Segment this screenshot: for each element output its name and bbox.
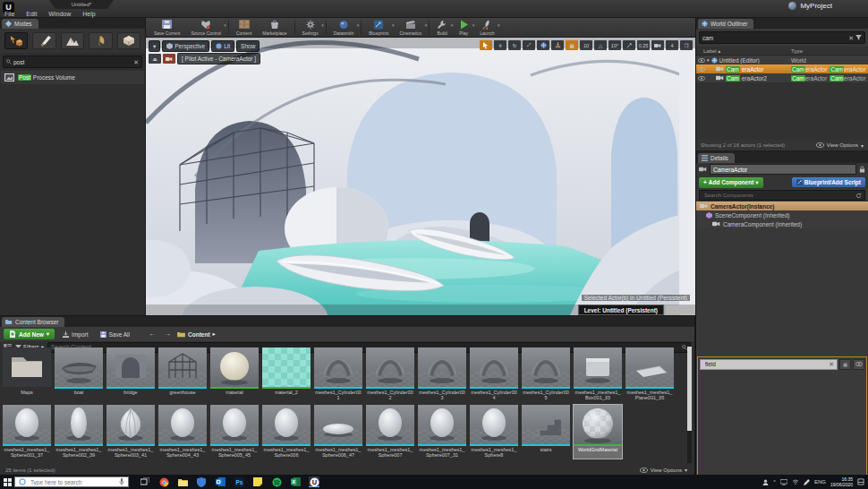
camera-speed-button[interactable] bbox=[651, 40, 664, 50]
chevron-down-icon[interactable]: ▾ bbox=[498, 22, 500, 28]
toolbar-datasmith-button[interactable]: Datasmith▾ bbox=[328, 18, 360, 37]
toolbar-settings-button[interactable]: Settings▾ bbox=[297, 18, 324, 37]
toolbar-build-button[interactable]: Build▾ bbox=[431, 18, 453, 37]
toolbar-source-control-button[interactable]: Source Control▾ bbox=[185, 18, 226, 37]
taskbar-app-shield[interactable] bbox=[196, 476, 207, 487]
mic-icon[interactable] bbox=[119, 478, 124, 485]
outliner-row-cameraactor[interactable]: CameraActorCameraActorCameraActor bbox=[696, 64, 868, 73]
scale-snap-value[interactable]: 0.25 bbox=[637, 40, 650, 50]
paint-mode-button[interactable] bbox=[32, 32, 55, 49]
chevron-down-icon[interactable]: ▾ bbox=[357, 22, 360, 28]
move-tool-button[interactable]: ✛ bbox=[494, 40, 506, 50]
taskbar-app-photoshop[interactable]: Ps bbox=[234, 476, 244, 487]
lock-icon[interactable] bbox=[859, 166, 865, 173]
menu-edit[interactable]: Edit bbox=[26, 11, 37, 17]
clear-search-icon[interactable]: ✕ bbox=[848, 35, 854, 41]
wifi-icon[interactable] bbox=[792, 479, 799, 485]
eye-icon[interactable] bbox=[698, 76, 705, 81]
asset-meshes1-meshes1-sphere003-41[interactable]: meshes1_meshes1_Sphere003_41 bbox=[106, 405, 155, 459]
tab-world-outliner[interactable]: World Outliner bbox=[698, 19, 753, 29]
toolbar-play-button[interactable]: Play▾ bbox=[453, 18, 474, 37]
column-type[interactable]: Type bbox=[791, 48, 868, 54]
people-icon[interactable] bbox=[762, 479, 769, 485]
notification-icon[interactable] bbox=[857, 478, 864, 485]
taskbar-app-task-view[interactable] bbox=[140, 476, 150, 487]
asset-meshes1-cylinder003[interactable]: meshes1_Cylinder003 bbox=[418, 347, 466, 401]
asset-meshes1-meshes1-sphere004-43[interactable]: meshes1_meshes1_Sphere004_43 bbox=[158, 405, 207, 459]
taskbar-app-file-explorer[interactable] bbox=[177, 476, 188, 487]
geometry-mode-button[interactable] bbox=[117, 32, 140, 49]
taskbar-app-unreal[interactable]: U bbox=[309, 476, 319, 487]
eye-icon[interactable] bbox=[698, 58, 705, 63]
filter-funnel-icon[interactable] bbox=[855, 35, 862, 40]
asset-boat[interactable]: boat bbox=[55, 347, 103, 401]
column-label[interactable]: Label ▴ bbox=[696, 47, 791, 54]
tab-modes[interactable]: Modes bbox=[2, 19, 38, 29]
asset-maps[interactable]: Maps bbox=[3, 347, 51, 401]
taskbar-app-sticky-notes[interactable] bbox=[252, 476, 263, 487]
search-components-input[interactable] bbox=[702, 192, 855, 199]
grid-snap-toggle[interactable]: ▦ bbox=[566, 40, 578, 50]
asset-meshes1-meshes1-sphere006[interactable]: meshes1_meshes1_Sphere006 bbox=[262, 405, 311, 459]
level-tab[interactable]: Untitled* bbox=[49, 0, 114, 9]
details-filter-options-button[interactable]: ▦ bbox=[839, 359, 851, 370]
save-all-button[interactable]: Save All bbox=[97, 330, 134, 339]
asset-meshes1-meshes1-sphere8[interactable]: meshes1_meshes1_Sphere8 bbox=[470, 405, 518, 459]
scale-snap-toggle[interactable] bbox=[623, 40, 635, 50]
asset-meshes1-meshes1-sphere002-39[interactable]: meshes1_meshes1_Sphere002_39 bbox=[55, 405, 103, 459]
tab-details[interactable]: Details bbox=[698, 153, 735, 163]
component-row-scenecomponent-inherited[interactable]: SceneComponent (Inherited) bbox=[696, 210, 868, 219]
viewport-options-button[interactable]: ▾ bbox=[149, 40, 160, 52]
chevron-down-icon[interactable]: ▾ bbox=[425, 22, 428, 28]
foliage-mode-button[interactable] bbox=[89, 32, 112, 49]
modes-result-post-process-volume[interactable]: Post Process Volume bbox=[1, 71, 144, 84]
search-components[interactable] bbox=[699, 190, 865, 201]
asset-bridge[interactable]: bridge bbox=[106, 347, 155, 401]
asset-meshes1-cylinder004[interactable]: meshes1_Cylinder004 bbox=[470, 347, 518, 401]
taskbar-app-chrome[interactable] bbox=[158, 476, 169, 487]
taskbar-clock[interactable]: 16:35 19/06/2020 bbox=[830, 476, 853, 487]
show-button[interactable]: Show bbox=[236, 40, 260, 52]
select-tool-button[interactable] bbox=[480, 40, 492, 50]
maximize-viewport-button[interactable]: ❐ bbox=[680, 40, 693, 50]
camera-speed-value[interactable]: 4 bbox=[666, 40, 678, 50]
eject-pilot-icon[interactable]: ⏏ bbox=[149, 54, 161, 64]
asset-meshes1-cylinder002[interactable]: meshes1_Cylinder002 bbox=[366, 347, 414, 401]
start-button[interactable] bbox=[0, 478, 14, 486]
toolbar-marketplace-button[interactable]: Marketplace bbox=[257, 18, 292, 37]
outliner-row-untitled-editor[interactable]: ▾Untitled (Editor)World bbox=[696, 56, 868, 64]
refresh-icon[interactable] bbox=[855, 193, 862, 199]
asset-meshes1-meshes1-box001-33[interactable]: meshes1_meshes1_Box001_33 bbox=[574, 347, 622, 401]
import-button[interactable]: Import bbox=[59, 330, 91, 339]
taskbar-app-excel[interactable]: X bbox=[290, 476, 301, 487]
taskbar-app-outlook[interactable] bbox=[215, 476, 226, 487]
actor-name-field[interactable] bbox=[710, 164, 856, 175]
menu-help[interactable]: Help bbox=[82, 11, 95, 17]
details-view-options-button[interactable] bbox=[853, 359, 864, 370]
chevron-down-icon[interactable]: ▾ bbox=[321, 22, 324, 28]
display-icon[interactable] bbox=[780, 479, 787, 485]
scale-tool-button[interactable]: ⤢ bbox=[523, 40, 535, 50]
toolbar-save-current-button[interactable]: Save Current bbox=[149, 18, 185, 37]
asset-meshes1-meshes1-sphere007-31[interactable]: meshes1_meshes1_Sphere007_31 bbox=[418, 405, 466, 459]
asset-meshes1-meshes1-plane001-35[interactable]: meshes1_meshes1_Plane001_35 bbox=[625, 347, 674, 401]
perspective-button[interactable]: Perspective bbox=[162, 40, 209, 52]
tray-expand-icon[interactable]: ^ bbox=[773, 479, 776, 485]
surface-snap-button[interactable] bbox=[551, 40, 564, 50]
component-row-cameracomponent-inherited[interactable]: CameraComponent (Inherited) bbox=[696, 219, 868, 228]
asset-material[interactable]: material bbox=[210, 347, 259, 401]
pilot-camera-icon[interactable] bbox=[163, 54, 175, 64]
eye-icon[interactable] bbox=[698, 67, 705, 72]
outliner-search[interactable]: ✕ bbox=[699, 31, 865, 44]
asset-meshes1-meshes1-sphere001-37[interactable]: meshes1_meshes1_Sphere001_37 bbox=[3, 405, 51, 459]
angle-snap-toggle[interactable]: △ bbox=[594, 40, 607, 50]
details-filter[interactable]: ✕ bbox=[700, 359, 838, 370]
add-new-button[interactable]: Add New▾ bbox=[4, 329, 55, 339]
component-row-cameraactor-instance[interactable]: CameraActor(Instance) bbox=[696, 202, 868, 210]
asset-worldgridmaterial[interactable]: WorldGridMaterial bbox=[574, 405, 622, 459]
modes-search[interactable]: ✕ bbox=[3, 56, 142, 68]
content-view-options-button[interactable]: View Options▾ bbox=[640, 467, 687, 473]
details-filter-input[interactable] bbox=[703, 360, 827, 368]
outliner-search-input[interactable] bbox=[702, 35, 847, 41]
outliner-view-options-button[interactable]: View Options▾ bbox=[816, 142, 864, 149]
